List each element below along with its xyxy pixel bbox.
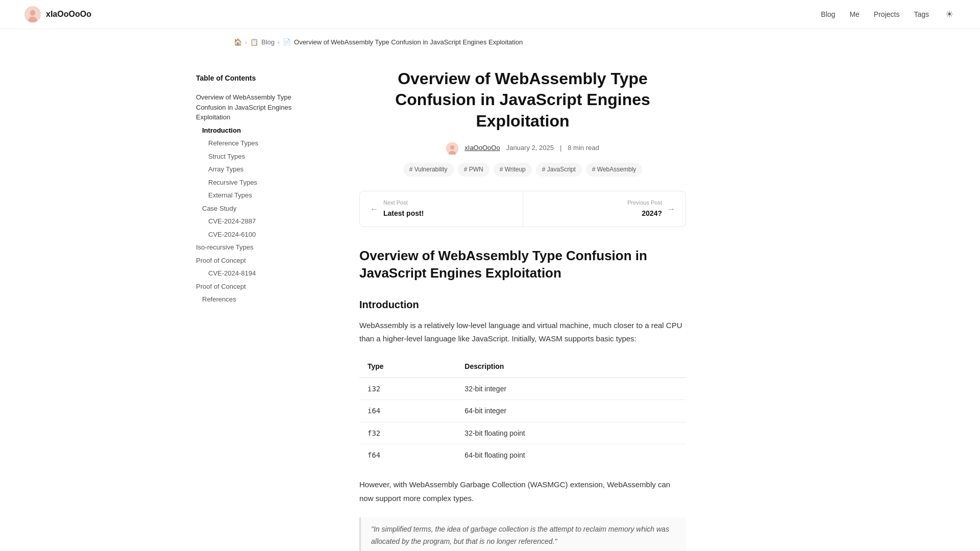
table-cell: 32-bit floating point <box>456 422 686 444</box>
toc-item[interactable]: CVE-2024-2887 <box>208 215 321 228</box>
table-cell: i32 <box>359 378 456 399</box>
nav-me[interactable]: Me <box>849 9 859 20</box>
types-table: Type Description i3232-bit integeri6464-… <box>359 356 686 466</box>
tag[interactable]: # PWN <box>458 163 489 177</box>
prev-post-arrow: → <box>667 203 675 216</box>
sidebar-toc: Table of Contents Overview of WebAssembl… <box>196 48 329 551</box>
article-meta: xIaOoOoOo January 2, 2025 | 8 min read <box>359 142 686 155</box>
article-sep: | <box>560 143 561 154</box>
table-header-row: Type Description <box>359 356 686 378</box>
table-cell: f64 <box>359 444 456 466</box>
article-read-time: 8 min read <box>568 143 599 154</box>
breadcrumb-blog-icon: 📋 <box>250 37 258 48</box>
post-nav: ← Next Post Latest post! Previous Post 2… <box>359 191 686 228</box>
next-post-title: Latest post! <box>383 209 424 217</box>
toc-item[interactable]: References <box>202 293 321 306</box>
breadcrumb-home[interactable]: 🏠 <box>234 37 242 48</box>
nav-brand[interactable]: xIaOoOoOo <box>24 6 91 22</box>
breadcrumb-page-icon: 📄 <box>283 37 291 48</box>
prev-post-label: Previous Post <box>627 198 662 208</box>
intro-para1: WebAssembly is a relatively low-level la… <box>359 319 686 346</box>
tag[interactable]: # Writeup <box>494 163 532 177</box>
toc-item[interactable]: Proof of Concept <box>196 254 321 267</box>
article-title: Overview of WebAssembly Type Confusion i… <box>359 68 686 132</box>
prev-post-info: Previous Post 2024? <box>627 198 662 220</box>
toc-item[interactable]: Proof of Concept <box>196 280 321 293</box>
toc-item[interactable]: CVE-2024-6100 <box>208 228 321 241</box>
breadcrumb-sep1: › <box>245 38 247 47</box>
table-row: f6464-bit floating point <box>359 444 686 466</box>
prev-post-title: 2024? <box>642 209 662 217</box>
breadcrumb-page: Overview of WebAssembly Type Confusion i… <box>294 37 523 48</box>
table-cell: 32-bit integer <box>456 378 686 399</box>
toc-title: Table of Contents <box>196 72 321 84</box>
breadcrumb-sep2: › <box>278 38 280 47</box>
table-cell: i64 <box>359 400 456 422</box>
next-post-link[interactable]: ← Next Post Latest post! <box>360 191 523 227</box>
next-post-arrow: ← <box>370 203 378 216</box>
table-cell: 64-bit floating point <box>456 444 686 466</box>
prev-post-link[interactable]: Previous Post 2024? → <box>523 191 686 227</box>
table-row: f3232-bit floating point <box>359 422 686 444</box>
toc-list: Overview of WebAssembly Type Confusion i… <box>196 91 321 306</box>
next-post-info: Next Post Latest post! <box>383 198 424 220</box>
brand-name: xIaOoOoOo <box>46 8 91 21</box>
table-row: i6464-bit integer <box>359 400 686 422</box>
toc-item[interactable]: Case Study <box>202 202 321 215</box>
article-blockquote: "In simplified terms, the idea of garbag… <box>359 517 686 551</box>
article-date: January 2, 2025 <box>506 143 554 154</box>
tag[interactable]: # Vulnerability <box>403 163 454 177</box>
svg-point-4 <box>450 145 454 149</box>
table-body: i3232-bit integeri6464-bit integerf3232-… <box>359 378 686 466</box>
toc-item[interactable]: Struct Types <box>208 150 321 163</box>
navbar: xIaOoOoOo Blog Me Projects Tags ☀ <box>0 0 980 29</box>
nav-blog[interactable]: Blog <box>821 9 835 20</box>
next-post-label: Next Post <box>383 198 424 208</box>
tag[interactable]: # JavaScript <box>536 163 582 177</box>
table-cell: 64-bit integer <box>456 400 686 422</box>
blockquote-text: "In simplified terms, the idea of garbag… <box>371 523 676 548</box>
theme-toggle-button[interactable]: ☀ <box>943 7 955 22</box>
main-content: Overview of WebAssembly Type Confusion i… <box>329 48 686 551</box>
article-main-heading: Overview of WebAssembly Type Confusion i… <box>359 247 686 282</box>
toc-item[interactable]: Recursive Types <box>208 176 321 189</box>
intro-heading: Introduction <box>359 296 686 313</box>
svg-point-1 <box>30 10 35 16</box>
table-head: Type Description <box>359 356 686 378</box>
table-cell: f32 <box>359 422 456 444</box>
toc-item[interactable]: Introduction <box>202 124 321 137</box>
article-body: Overview of WebAssembly Type Confusion i… <box>359 247 686 551</box>
toc-item[interactable]: Iso-recursive Types <box>196 241 321 254</box>
toc-item[interactable]: Array Types <box>208 163 321 176</box>
toc-item[interactable]: External Types <box>208 189 321 202</box>
breadcrumb-blog[interactable]: Blog <box>261 37 275 48</box>
toc-item[interactable]: CVE-2024-8194 <box>208 267 321 280</box>
author-avatar <box>446 142 458 155</box>
toc-item[interactable]: Overview of WebAssembly Type Confusion i… <box>196 91 321 124</box>
author-name[interactable]: xIaOoOoOo <box>464 143 500 154</box>
table-row: i3232-bit integer <box>359 378 686 399</box>
tags-container: # Vulnerability# PWN# Writeup# JavaScrip… <box>359 163 686 177</box>
intro-para2: However, with WebAssembly Garbage Collec… <box>359 478 686 505</box>
page-layout: Table of Contents Overview of WebAssembl… <box>184 48 796 551</box>
toc-item[interactable]: Reference Types <box>208 137 321 150</box>
breadcrumb: 🏠 › 📋 Blog › 📄 Overview of WebAssembly T… <box>209 29 771 48</box>
nav-tags[interactable]: Tags <box>914 9 929 20</box>
brand-avatar <box>24 6 41 22</box>
tag[interactable]: # WebAssembly <box>586 163 642 177</box>
nav-projects[interactable]: Projects <box>874 9 900 20</box>
col-description: Description <box>456 356 686 378</box>
nav-links: Blog Me Projects Tags ☀ <box>821 7 955 22</box>
col-type: Type <box>359 356 456 378</box>
